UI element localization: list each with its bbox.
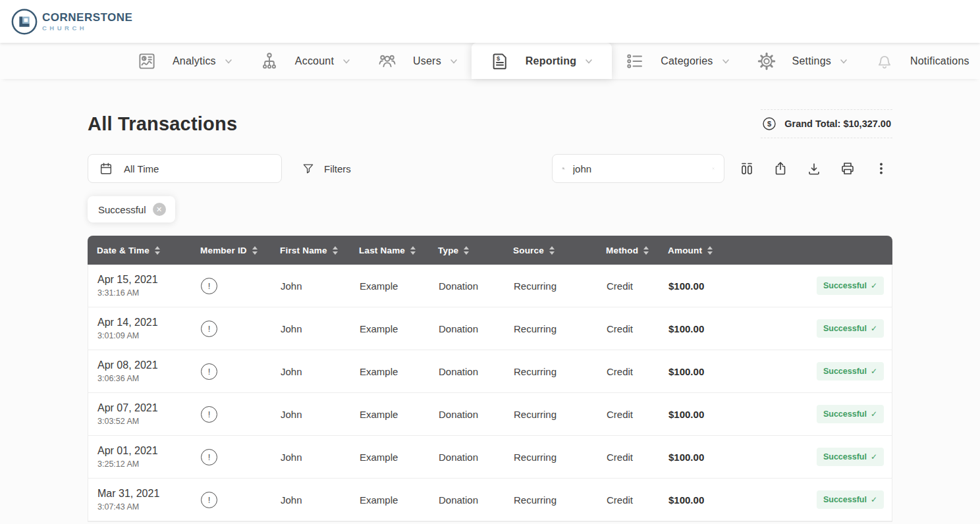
grand-total-text: Grand Total: $10,327.00 [784,118,891,129]
export-icon [773,161,788,176]
filters-button[interactable]: Filters [302,162,351,175]
sort-icon [410,246,416,255]
cell-time: 3:31:16 AM [97,288,139,298]
status-badge: Successful✓ [817,448,884,466]
remove-filter-icon[interactable]: ✕ [153,203,166,216]
sort-icon [643,246,649,255]
sort-icon [464,246,469,255]
cell-last-name: Example [350,393,429,435]
export-button[interactable] [769,157,792,180]
nav-item-notifications[interactable]: Notifications [861,43,980,79]
cell-amount: $100.00 [659,436,738,478]
column-header-date-time[interactable]: Date & Time [88,236,191,265]
table-row[interactable]: Apr 08, 20213:06:36 AM ! John Example Do… [88,350,892,393]
alert-circle-icon[interactable]: ! [201,363,217,380]
nav-item-categories[interactable]: Categories [612,43,743,79]
cell-amount: $100.00 [659,307,738,350]
chevron-down-icon [721,57,730,66]
more-actions-button[interactable] [870,157,892,180]
cell-type: Donation [429,265,504,307]
alert-circle-icon[interactable]: ! [201,449,217,465]
download-button[interactable] [803,157,825,180]
alert-circle-icon[interactable]: ! [201,321,217,337]
column-manager-button[interactable] [736,157,758,180]
column-header-source[interactable]: Source [504,236,597,265]
filter-chip-label: Successful [98,204,146,215]
page-title: All Transactions [88,113,237,135]
cell-time: 3:01:09 AM [97,331,139,340]
column-header-amount[interactable]: Amount [659,236,738,265]
cell-time: 3:25:12 AM [97,459,139,469]
alert-circle-icon[interactable]: ! [201,278,217,294]
analytics-icon [137,51,157,71]
cell-time: 3:07:43 AM [97,502,139,511]
cell-first-name: John [271,350,350,392]
table-row[interactable]: Mar 31, 20213:07:43 AM ! John Example Do… [88,479,892,521]
nav-item-account[interactable]: Account [246,43,364,79]
brand-subtitle: CHURCH [42,25,132,32]
table-row[interactable]: Apr 07, 20213:03:52 AM ! John Example Do… [88,393,892,436]
table-header: Date & Time Member ID First Name Last Na… [88,236,892,265]
filter-funnel-icon [302,162,315,175]
column-header-type[interactable]: Type [429,236,504,265]
table-row[interactable]: Apr 14, 20213:01:09 AM ! John Example Do… [88,307,892,350]
alert-circle-icon[interactable]: ! [201,406,217,423]
alert-circle-icon[interactable]: ! [201,492,217,508]
sort-icon [333,246,338,255]
nav-label: Settings [792,55,831,67]
search-box [552,154,724,183]
nav-item-settings[interactable]: Settings [744,43,861,79]
nav-item-reporting[interactable]: $ Reporting [472,43,612,79]
column-header-first-name[interactable]: First Name [271,236,350,265]
more-icon [873,161,889,176]
svg-text:$: $ [497,55,501,61]
calendar-icon [99,161,113,176]
cell-source: Recurring [504,436,597,478]
clear-search-icon[interactable] [712,163,715,174]
nav-label: Account [295,55,334,67]
column-header-method[interactable]: Method [597,236,659,265]
cell-method: Credit [597,393,659,435]
print-icon [840,161,856,176]
cell-date: Apr 15, 2021 [97,274,158,286]
nav-label: Users [413,55,441,67]
nav-item-users[interactable]: Users [364,43,472,79]
status-badge: Successful✓ [817,490,884,509]
cell-last-name: Example [350,436,429,478]
cell-first-name: John [271,393,350,435]
column-header-last-name[interactable]: Last Name [350,236,429,265]
cell-type: Donation [429,436,504,478]
print-button[interactable] [836,157,859,180]
sort-icon [252,246,258,255]
chevron-down-icon [224,57,233,66]
cell-source: Recurring [504,350,597,392]
cell-method: Credit [597,479,659,521]
nav-item-analytics[interactable]: Analytics [124,43,246,79]
svg-text:$: $ [767,120,771,128]
sort-icon [707,246,713,255]
nav-label: Reporting [526,55,576,67]
toolbar: All Time Filters [88,154,892,183]
cell-date: Apr 07, 2021 [97,402,158,414]
chevron-down-icon [584,57,593,66]
cell-date: Apr 14, 2021 [97,317,158,328]
brand-logo[interactable]: CORNERSTONE CHURCH [11,8,132,36]
table-row[interactable]: Apr 15, 20213:31:16 AM ! John Example Do… [88,265,892,307]
cell-last-name: Example [350,479,429,521]
check-icon: ✓ [871,452,877,461]
chevron-down-icon [449,57,458,66]
table-row[interactable]: Apr 01, 20213:25:12 AM ! John Example Do… [88,436,892,479]
cell-amount: $100.00 [659,350,738,392]
search-input[interactable] [573,163,704,174]
column-header-member-id[interactable]: Member ID [191,236,271,265]
date-range-select[interactable]: All Time [88,154,282,183]
nav-label: Notifications [910,55,969,67]
cell-source: Recurring [504,393,597,435]
cell-time: 3:03:52 AM [97,417,139,426]
dollar-circle-icon: $ [762,117,776,131]
chevron-down-icon [839,57,848,66]
column-header-status [738,236,892,265]
check-icon: ✓ [871,281,877,290]
main-content: All Transactions $ Grand Total: $10,327.… [0,109,980,522]
nav-label: Analytics [173,55,216,67]
